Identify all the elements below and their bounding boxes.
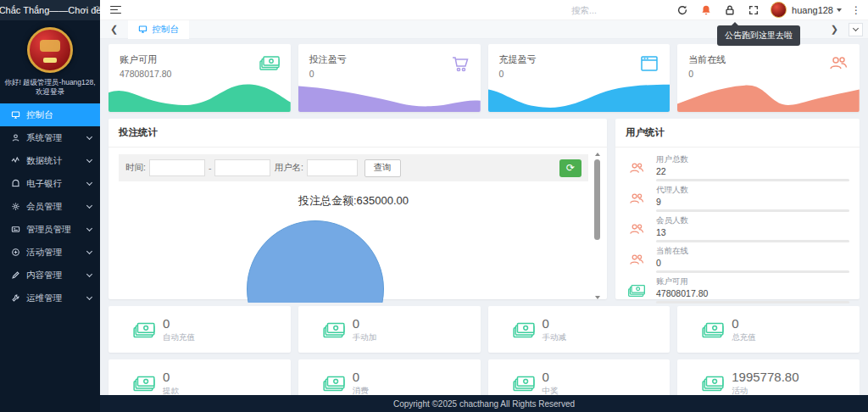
- money-icon: [322, 320, 346, 339]
- search-input[interactable]: [571, 5, 665, 15]
- window-icon: [639, 54, 659, 73]
- summary-card-manual-subtract: 0 手动减: [488, 306, 670, 353]
- refresh-icon[interactable]: [676, 3, 688, 16]
- money-icon: [512, 320, 536, 339]
- username-label: 用户名:: [274, 162, 303, 174]
- sidebar-item-system[interactable]: 系统管理: [0, 126, 100, 149]
- summary-value: 0: [732, 316, 756, 331]
- sidebar-item-label: 电子银行: [26, 178, 62, 190]
- row-value: 22: [656, 166, 849, 176]
- summary-label: 活动: [732, 386, 798, 396]
- chevron-down-icon: [86, 157, 92, 163]
- summary-label: 中奖: [542, 386, 559, 396]
- sidebar-item-label: 内容管理: [26, 270, 62, 281]
- tab-dashboard[interactable]: 控制台: [128, 20, 189, 39]
- summary-card-manual-add: 0 手动加: [298, 306, 481, 353]
- notification-bell-icon[interactable]: [699, 3, 712, 16]
- bet-total-text: 投注总金额:635000.00: [119, 193, 588, 209]
- topbar: huang128 ⋮: [100, 0, 868, 20]
- chevron-down-icon: [86, 294, 92, 300]
- refresh-chart-button[interactable]: ⟳: [559, 159, 581, 177]
- time-to-input[interactable]: [214, 159, 270, 176]
- sidebar-item-ops[interactable]: 运维管理: [0, 287, 100, 309]
- summary-label: 总充值: [732, 332, 756, 343]
- stat-card-deposit-pnl: 充提盈亏 0: [488, 44, 670, 112]
- sidebar-item-dashboard[interactable]: 控制台: [0, 103, 100, 126]
- tabs-scroll-left-icon[interactable]: ❮: [105, 24, 123, 35]
- fullscreen-icon[interactable]: [747, 3, 760, 16]
- sparkline-green: [108, 80, 291, 112]
- sidebar-item-activities[interactable]: 活动管理: [0, 241, 100, 264]
- money-icon: [701, 374, 725, 393]
- tabs-dropdown-button[interactable]: [849, 23, 863, 36]
- bet-pie-chart: [247, 220, 384, 303]
- summary-card-winnings: 0 中奖: [488, 359, 670, 395]
- summary-label: 自动充值: [163, 332, 195, 343]
- row-value: 13: [656, 227, 849, 237]
- sidebar-item-label: 运维管理: [26, 292, 62, 304]
- summary-card-total-deposit: 0 总充值: [677, 306, 860, 353]
- stat-card-balance: 账户可用 47808017.80: [108, 44, 291, 112]
- copyright-text: Copyright ©2025 chacthang All Rights Res…: [393, 399, 575, 409]
- summary-card-auto-deposit: 0 自动充值: [108, 306, 291, 353]
- time-from-input[interactable]: [149, 159, 205, 176]
- scroll-down-icon[interactable]: [595, 296, 600, 299]
- announcement-tooltip: 公告跑到这里去啦: [717, 25, 800, 46]
- row-label: 代理人数: [656, 185, 849, 196]
- more-options-icon[interactable]: ⋮: [851, 5, 861, 15]
- username-text: huang128: [792, 5, 833, 15]
- chevron-down-icon: [853, 25, 859, 31]
- row-label: 会员人数: [656, 215, 849, 226]
- stat-card-bet-pnl: 投注盈亏 0: [298, 44, 481, 112]
- sidebar-item-content[interactable]: 内容管理: [0, 264, 100, 287]
- user-menu[interactable]: huang128: [792, 5, 842, 15]
- bank-icon: [11, 179, 20, 188]
- row-label: 当前在线: [656, 246, 849, 257]
- row-value: 47808017.80: [656, 288, 849, 298]
- row-progress-bar: [656, 301, 849, 303]
- money-icon: [701, 320, 725, 339]
- betting-filter-toolbar: 时间: - 用户名: 查询 ⟳: [119, 154, 588, 181]
- scroll-up-icon[interactable]: [595, 153, 600, 156]
- cart-icon: [450, 54, 470, 73]
- chevron-down-icon: [86, 134, 92, 140]
- row-progress-bar: [656, 179, 849, 181]
- caret-down-icon: [837, 8, 842, 12]
- query-button[interactable]: 查询: [364, 159, 401, 177]
- range-separator: -: [209, 163, 212, 173]
- summary-value: 0: [542, 316, 567, 331]
- money-icon: [132, 374, 156, 393]
- summary-label: 手动减: [542, 332, 567, 343]
- sidebar-item-ebank[interactable]: 电子银行: [0, 172, 100, 195]
- collapse-menu-icon[interactable]: [110, 4, 121, 16]
- user-stats-panel: 用户统计 用户总数 22 代理人数 9 会员人数 13: [615, 119, 860, 299]
- summary-card-activity: 1995778.80 活动: [677, 359, 860, 395]
- betting-stats-panel: 投注统计 时间: - 用户名: 查询 ⟳ 投注总金额:635000.00: [108, 119, 607, 299]
- user-stat-row: 用户总数 22: [626, 151, 849, 181]
- plus-circle-icon: [11, 248, 20, 257]
- summary-value: 0: [163, 316, 195, 331]
- money-icon: [132, 320, 156, 339]
- users-icon: [827, 54, 849, 71]
- scrollbar-thumb[interactable]: [594, 159, 600, 240]
- sidebar-item-label: 活动管理: [26, 247, 62, 259]
- user-avatar[interactable]: [771, 2, 787, 18]
- time-label: 时间:: [125, 162, 146, 174]
- users-icon: [627, 161, 646, 175]
- panel-scrollbar[interactable]: [593, 153, 602, 299]
- chevron-down-icon: [86, 271, 92, 277]
- footer: Copyright ©2025 chacthang All Rights Res…: [100, 395, 868, 412]
- pencil-icon: [11, 270, 20, 280]
- sparkline-salmon: [677, 80, 860, 112]
- sidebar-item-admins[interactable]: 管理员管理: [0, 218, 100, 241]
- sparkline-purple: [298, 80, 481, 112]
- sidebar-item-members[interactable]: 会员管理: [0, 195, 100, 218]
- username-input[interactable]: [307, 159, 358, 176]
- lock-icon[interactable]: [723, 3, 736, 16]
- panel-title: 用户统计: [615, 119, 860, 148]
- tab-label: 控制台: [152, 24, 179, 36]
- sidebar-item-statistics[interactable]: 数据统计: [0, 149, 100, 172]
- chart-icon: [11, 156, 20, 165]
- row-label: 用户总数: [656, 154, 849, 165]
- tabs-scroll-right-icon[interactable]: ❯: [826, 24, 843, 35]
